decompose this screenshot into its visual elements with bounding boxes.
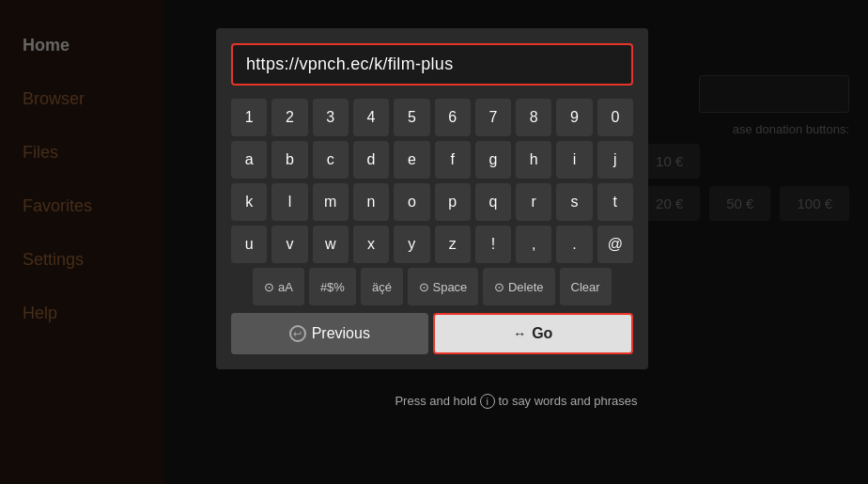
key-period[interactable]: . [556, 226, 592, 263]
key-comma[interactable]: , [516, 226, 551, 263]
key-2[interactable]: 2 [271, 99, 307, 136]
key-c[interactable]: c [313, 141, 349, 179]
keyboard-row-special: ⊙ aA #$% äçé ⊙ Space ⊙ Delete Clear [231, 268, 633, 305]
keyboard-row-a-j: a b c d e f g h i j [231, 141, 633, 179]
key-w[interactable]: w [313, 226, 349, 263]
key-m[interactable]: m [313, 183, 349, 221]
key-n[interactable]: n [353, 183, 389, 221]
key-d[interactable]: d [353, 141, 389, 179]
key-k[interactable]: k [231, 183, 267, 221]
key-3[interactable]: 3 [313, 99, 349, 136]
previous-label: Previous [312, 325, 370, 342]
keyboard: 1 2 3 4 5 6 7 8 9 0 a b c d e f g h i j … [231, 99, 633, 305]
action-row: ↩ Previous ↔ Go [231, 313, 633, 354]
url-input-text: https://vpnch.ec/k/film-plus [246, 55, 453, 73]
key-space[interactable]: ⊙ Space [408, 268, 478, 305]
key-s[interactable]: s [556, 183, 592, 221]
key-i[interactable]: i [556, 141, 592, 179]
key-delete[interactable]: ⊙ Delete [483, 268, 554, 305]
key-z[interactable]: z [435, 226, 471, 263]
go-label: Go [532, 325, 552, 342]
key-clear[interactable]: Clear [560, 268, 612, 305]
key-case-toggle[interactable]: ⊙ aA [253, 268, 304, 305]
key-at[interactable]: @ [597, 226, 633, 263]
key-f[interactable]: f [435, 141, 471, 179]
hint-area: Press and hold i to say words and phrase… [164, 392, 868, 409]
key-5[interactable]: 5 [394, 99, 429, 136]
key-p[interactable]: p [435, 183, 471, 221]
key-accents[interactable]: äçé [361, 268, 403, 305]
key-6[interactable]: 6 [435, 99, 471, 136]
key-v[interactable]: v [271, 226, 307, 263]
go-icon: ↔ [513, 326, 526, 341]
url-input-container[interactable]: https://vpnch.ec/k/film-plus [231, 43, 633, 86]
key-q[interactable]: q [475, 183, 511, 221]
key-h[interactable]: h [516, 141, 551, 179]
key-g[interactable]: g [475, 141, 511, 179]
key-8[interactable]: 8 [516, 99, 551, 136]
hint-icon: i [480, 394, 495, 409]
keyboard-row-k-t: k l m n o p q r s t [231, 183, 633, 221]
keyboard-row-u-at: u v w x y z ! , . @ [231, 226, 633, 263]
key-exclaim[interactable]: ! [475, 226, 511, 263]
key-u[interactable]: u [231, 226, 267, 263]
keyboard-row-numbers: 1 2 3 4 5 6 7 8 9 0 [231, 99, 633, 136]
go-button[interactable]: ↔ Go [433, 313, 634, 354]
key-4[interactable]: 4 [353, 99, 389, 136]
key-9[interactable]: 9 [556, 99, 592, 136]
key-1[interactable]: 1 [231, 99, 267, 136]
key-j[interactable]: j [597, 141, 633, 179]
key-e[interactable]: e [394, 141, 429, 179]
key-l[interactable]: l [271, 183, 307, 221]
key-b[interactable]: b [271, 141, 307, 179]
previous-icon: ↩ [289, 325, 306, 342]
key-t[interactable]: t [597, 183, 633, 221]
key-a[interactable]: a [231, 141, 267, 179]
hint-text: Press and hold i to say words and phrase… [395, 394, 637, 408]
key-r[interactable]: r [516, 183, 551, 221]
key-symbols[interactable]: #$% [309, 268, 356, 305]
key-0[interactable]: 0 [597, 99, 633, 136]
key-o[interactable]: o [394, 183, 429, 221]
key-7[interactable]: 7 [475, 99, 511, 136]
keyboard-dialog: https://vpnch.ec/k/film-plus 1 2 3 4 5 6… [216, 28, 648, 369]
key-y[interactable]: y [394, 226, 429, 263]
previous-button[interactable]: ↩ Previous [231, 313, 428, 354]
key-x[interactable]: x [353, 226, 389, 263]
